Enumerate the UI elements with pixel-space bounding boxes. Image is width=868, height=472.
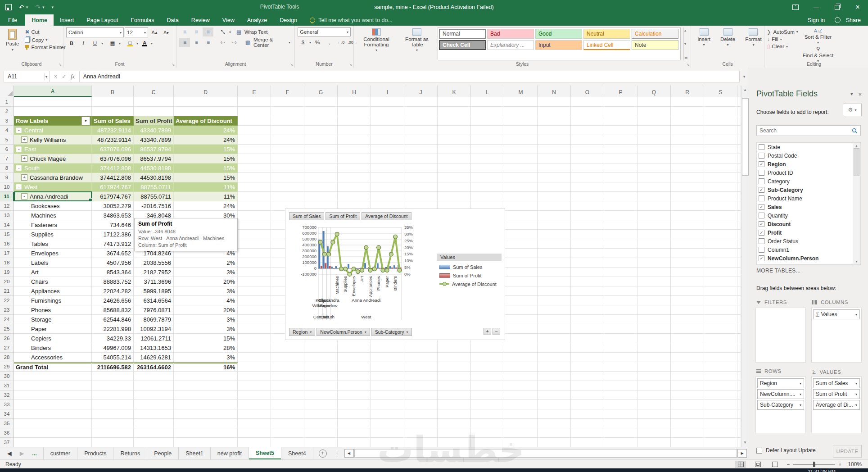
cell-K27[interactable] — [438, 343, 471, 353]
cell-O29[interactable] — [571, 362, 604, 372]
cell-J34[interactable] — [404, 409, 438, 419]
cell-A7[interactable]: +Chuck Magee — [14, 154, 92, 163]
cell-E35[interactable] — [238, 419, 271, 428]
cell-R4[interactable] — [671, 126, 704, 135]
cell-B1[interactable] — [92, 97, 134, 107]
cell-O33[interactable] — [571, 400, 604, 409]
cell-C28[interactable]: 14629.6281 — [134, 353, 174, 362]
field-item-product-name[interactable]: Product Name — [757, 194, 860, 203]
cell-A4[interactable]: -Central — [14, 126, 92, 135]
cell-H36[interactable] — [338, 428, 371, 438]
cell-style-check-cell[interactable]: Check Cell — [439, 40, 486, 50]
cell-D8[interactable]: 15% — [174, 163, 238, 173]
cell-K36[interactable] — [438, 428, 471, 438]
cell-E30[interactable] — [238, 372, 271, 381]
cell-P20[interactable] — [604, 277, 637, 286]
sort-filter-button[interactable]: A↓ZSort & Filter▾ — [801, 28, 835, 45]
cell-R27[interactable] — [671, 343, 704, 353]
cell-A29[interactable]: Grand Total — [14, 362, 92, 372]
cell-A6[interactable]: -East — [14, 145, 92, 154]
row-header-24[interactable]: 24 — [0, 315, 14, 324]
cell-P25[interactable] — [604, 324, 637, 334]
zoom-out-icon[interactable]: − — [787, 461, 790, 467]
row-header-20[interactable]: 20 — [0, 277, 14, 286]
cell-B7[interactable]: 637076.096 — [92, 154, 134, 163]
bold-button[interactable]: B — [66, 39, 77, 48]
cell-B35[interactable] — [92, 419, 134, 428]
cell-C23[interactable]: 7976.0871 — [134, 305, 174, 315]
cell-R26[interactable] — [671, 334, 704, 343]
cell-N11[interactable] — [538, 192, 571, 201]
vertical-scroll-thumb[interactable] — [742, 98, 749, 176]
cell-P6[interactable] — [604, 145, 637, 154]
cell-J5[interactable] — [404, 135, 438, 145]
cell-D36[interactable] — [174, 428, 238, 438]
cell-J4[interactable] — [404, 126, 438, 135]
cell-M24[interactable] — [504, 315, 538, 324]
cell-B16[interactable]: 74173.912 — [92, 239, 134, 249]
cell-R32[interactable] — [671, 390, 704, 400]
cell-M12[interactable] — [504, 201, 538, 211]
cell-I35[interactable] — [371, 419, 404, 428]
cell-K11[interactable] — [438, 192, 471, 201]
page-break-view-button[interactable] — [769, 461, 780, 468]
cell-S34[interactable] — [704, 409, 737, 419]
collapse-icon[interactable]: - — [16, 127, 22, 133]
cell-J1[interactable] — [404, 97, 438, 107]
cell-G33[interactable] — [304, 400, 338, 409]
cell-R36[interactable] — [671, 428, 704, 438]
font-size-combo[interactable]: 12▾ — [125, 27, 148, 37]
cell-Q34[interactable] — [637, 409, 671, 419]
cell-Q32[interactable] — [637, 390, 671, 400]
cell-S31[interactable] — [704, 381, 737, 390]
cell-N29[interactable] — [538, 362, 571, 372]
cell-Q37[interactable] — [637, 438, 671, 447]
cell-A17[interactable]: Envelopes — [14, 249, 92, 258]
cell-A30[interactable] — [14, 372, 92, 381]
cell-S9[interactable] — [704, 173, 737, 182]
cell-I33[interactable] — [371, 400, 404, 409]
cell-D34[interactable] — [174, 409, 238, 419]
cell-M36[interactable] — [504, 428, 538, 438]
more-tables-link[interactable]: MORE TABLES... — [756, 268, 800, 274]
cell-Q18[interactable] — [637, 258, 671, 268]
field-checkbox[interactable] — [759, 178, 764, 184]
row-header-6[interactable]: 6 — [0, 145, 14, 154]
cell-H27[interactable] — [338, 343, 371, 353]
cell-Q11[interactable] — [637, 192, 671, 201]
cell-O22[interactable] — [571, 296, 604, 305]
chart-field-button-sum-of-sales[interactable]: Sum of Sales — [289, 212, 324, 220]
cell-R6[interactable] — [671, 145, 704, 154]
cell-G6[interactable] — [304, 145, 338, 154]
cell-B24[interactable]: 62544.846 — [92, 315, 134, 324]
cell-K5[interactable] — [438, 135, 471, 145]
cell-G27[interactable] — [304, 343, 338, 353]
row-header-18[interactable]: 18 — [0, 258, 14, 268]
cell-K33[interactable] — [438, 400, 471, 409]
cell-P11[interactable] — [604, 192, 637, 201]
cell-O37[interactable] — [571, 438, 604, 447]
cell-K6[interactable] — [438, 145, 471, 154]
chip-caret-icon[interactable]: ▾ — [855, 403, 857, 407]
tab-insert[interactable]: Insert — [54, 14, 80, 26]
zoom-in-icon[interactable]: + — [838, 461, 841, 467]
cell-C1[interactable] — [134, 97, 174, 107]
cell-G11[interactable] — [304, 192, 338, 201]
cell-H4[interactable] — [338, 126, 371, 135]
cell-P9[interactable] — [604, 173, 637, 182]
cell-M35[interactable] — [504, 419, 538, 428]
row-header-22[interactable]: 22 — [0, 296, 14, 305]
cell-O10[interactable] — [571, 182, 604, 192]
cell-C32[interactable] — [134, 390, 174, 400]
tab-formulas[interactable]: Formulas — [124, 14, 160, 26]
cell-P1[interactable] — [604, 97, 637, 107]
cell-A24[interactable]: Storage — [14, 315, 92, 324]
cell-Q4[interactable] — [637, 126, 671, 135]
cell-D27[interactable]: 28% — [174, 343, 238, 353]
cell-N23[interactable] — [538, 305, 571, 315]
cell-H11[interactable] — [338, 192, 371, 201]
cell-Q1[interactable] — [637, 97, 671, 107]
accounting-caret[interactable]: ▾ — [309, 41, 311, 45]
cell-R21[interactable] — [671, 286, 704, 296]
cell-E1[interactable] — [238, 97, 271, 107]
